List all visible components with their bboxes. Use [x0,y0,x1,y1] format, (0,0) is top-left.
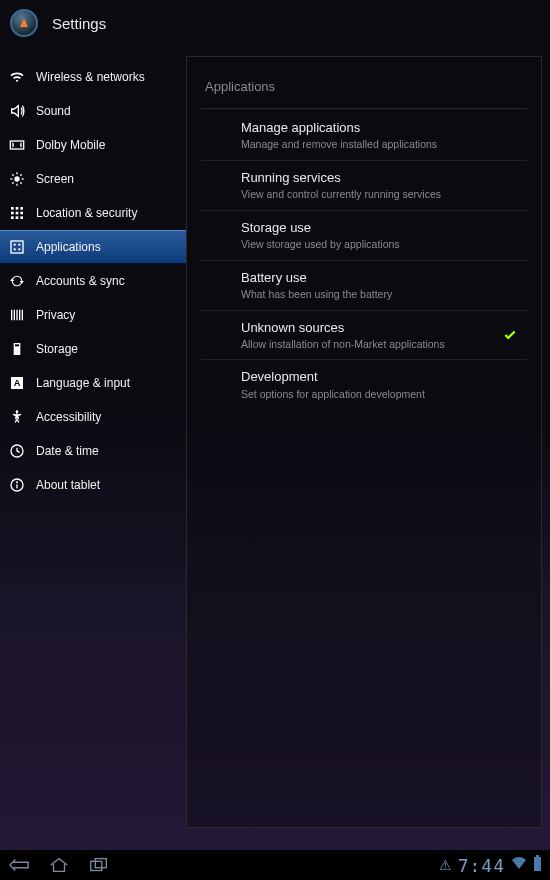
setting-subtitle: Allow installation of non-Market applica… [241,337,523,352]
dolby-icon [8,136,26,154]
svg-line-6 [12,174,13,175]
sidebar-item-label: Accessibility [36,410,101,424]
sidebar-item-privacy[interactable]: Privacy [0,298,186,332]
clock-time[interactable]: 7:44 [458,855,505,876]
setting-title: Development [241,368,523,386]
svg-rect-19 [11,241,23,253]
svg-rect-17 [16,216,19,219]
svg-line-8 [12,182,13,183]
setting-subtitle: View and control currently running servi… [241,187,523,202]
sidebar-item-label: Location & security [36,206,137,220]
svg-text:A: A [14,378,21,388]
sidebar-item-accounts[interactable]: Accounts & sync [0,264,186,298]
svg-rect-39 [95,859,106,868]
svg-rect-37 [16,484,17,488]
settings-app-icon [10,9,38,37]
svg-rect-16 [11,216,14,219]
sidebar-item-label: Language & input [36,376,130,390]
sidebar-item-label: Privacy [36,308,75,322]
setting-unknown-sources[interactable]: Unknown sources Allow installation of no… [201,311,527,361]
svg-line-7 [20,182,21,183]
setting-development[interactable]: Development Set options for application … [201,360,527,409]
sidebar-item-screen[interactable]: Screen [0,162,186,196]
svg-rect-23 [18,248,20,250]
sidebar-item-location[interactable]: Location & security [0,196,186,230]
apps-icon [8,238,26,256]
main-area: Wireless & networks Sound Dolby Mobile S… [0,46,550,850]
setting-manage-applications[interactable]: Manage applications Manage and remove in… [201,111,527,161]
svg-point-33 [16,410,19,413]
svg-rect-30 [15,344,19,346]
recent-apps-button[interactable] [88,856,110,874]
home-button[interactable] [48,856,70,874]
sidebar-item-language[interactable]: A Language & input [0,366,186,400]
svg-rect-40 [536,855,539,857]
page-title: Settings [52,15,106,32]
info-icon [8,476,26,494]
sidebar-item-label: Wireless & networks [36,70,145,84]
screen-icon [8,170,26,188]
setting-subtitle: View storage used by applications [241,237,523,252]
system-statusbar: ⚠ 7:44 [0,850,550,880]
storage-icon [8,340,26,358]
setting-title: Unknown sources [241,319,523,337]
sidebar-item-sound[interactable]: Sound [0,94,186,128]
wifi-signal-icon [511,856,527,874]
sidebar-item-label: Dolby Mobile [36,138,105,152]
svg-rect-18 [20,216,23,219]
status-right: ⚠ 7:44 [439,855,542,876]
sidebar-item-label: Sound [36,104,71,118]
notification-alert-icon[interactable]: ⚠ [439,857,452,873]
svg-rect-38 [91,861,102,870]
setting-subtitle: Manage and remove installed applications [241,137,523,152]
privacy-icon [8,306,26,324]
sidebar-item-label: Screen [36,172,74,186]
sync-icon [8,272,26,290]
nav-buttons [8,856,110,874]
battery-icon [533,855,542,875]
setting-title: Storage use [241,219,523,237]
setting-subtitle: Set options for application development [241,387,523,402]
sound-icon [8,102,26,120]
checkmark-icon[interactable] [503,328,517,342]
back-button[interactable] [8,856,30,874]
svg-rect-13 [11,212,14,215]
svg-rect-21 [18,244,20,246]
svg-rect-11 [16,207,19,210]
svg-rect-22 [14,248,16,250]
setting-running-services[interactable]: Running services View and control curren… [201,161,527,211]
sidebar-item-accessibility[interactable]: Accessibility [0,400,186,434]
svg-line-9 [20,174,21,175]
sidebar-item-storage[interactable]: Storage [0,332,186,366]
sidebar-item-label: Storage [36,342,78,356]
svg-rect-10 [11,207,14,210]
clock-icon [8,442,26,460]
sidebar-item-applications[interactable]: Applications [0,230,186,264]
sidebar-item-datetime[interactable]: Date & time [0,434,186,468]
svg-rect-41 [534,857,541,871]
app-header: Settings [0,0,550,46]
sidebar-item-wireless[interactable]: Wireless & networks [0,60,186,94]
svg-rect-0 [10,141,23,149]
svg-point-36 [16,481,18,483]
content-section-title: Applications [201,67,527,109]
language-icon: A [8,374,26,392]
svg-point-1 [14,176,19,181]
setting-storage-use[interactable]: Storage use View storage used by applica… [201,211,527,261]
setting-battery-use[interactable]: Battery use What has been using the batt… [201,261,527,311]
sidebar-item-dolby[interactable]: Dolby Mobile [0,128,186,162]
svg-rect-15 [20,212,23,215]
wifi-icon [8,68,26,86]
location-icon [8,204,26,222]
svg-rect-14 [16,212,19,215]
setting-subtitle: What has been using the battery [241,287,523,302]
sidebar-item-about[interactable]: About tablet [0,468,186,502]
svg-rect-20 [14,244,16,246]
svg-rect-12 [20,207,23,210]
setting-title: Battery use [241,269,523,287]
sidebar-item-label: Applications [36,240,101,254]
setting-title: Running services [241,169,523,187]
sidebar-item-label: Accounts & sync [36,274,125,288]
accessibility-icon [8,408,26,426]
setting-title: Manage applications [241,119,523,137]
